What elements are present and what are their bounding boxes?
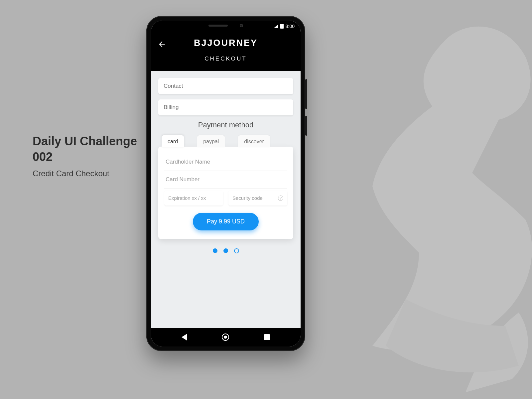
expiration-field[interactable]: Expiration xx / xx xyxy=(164,191,223,205)
billing-field[interactable]: Billing xyxy=(158,99,293,115)
payment-tabs: card paypal discover xyxy=(158,135,293,147)
expiration-label: Expiration xx / xx xyxy=(168,195,206,201)
screen: 8:00 BJJOURNEY CHECKOUT Contact Billing … xyxy=(151,21,301,346)
notch xyxy=(193,21,259,31)
speaker-grill xyxy=(208,25,228,27)
nav-recent-icon[interactable] xyxy=(264,334,270,340)
tab-discover[interactable]: discover xyxy=(238,135,270,147)
nav-home-icon[interactable] xyxy=(222,333,229,341)
status-time: 8:00 xyxy=(286,24,295,29)
help-icon[interactable]: ? xyxy=(278,196,283,201)
caption-subtitle: Credit Card Checkout xyxy=(33,169,137,178)
caption-title-line1: Daily UI Challenge xyxy=(33,134,137,149)
nav-back-icon[interactable] xyxy=(182,334,187,340)
checkout-form: Contact Billing Payment method card payp… xyxy=(151,71,301,328)
caption-block: Daily UI Challenge 002 Credit Card Check… xyxy=(33,134,137,178)
tab-card[interactable]: card xyxy=(162,135,184,147)
tab-paypal-label: paypal xyxy=(203,139,219,144)
tab-discover-label: discover xyxy=(244,139,264,144)
tab-card-label: card xyxy=(168,139,178,144)
card-number-input[interactable] xyxy=(164,171,287,189)
billing-placeholder: Billing xyxy=(164,104,179,110)
app-header: BJJOURNEY CHECKOUT xyxy=(151,32,301,71)
page-indicator xyxy=(158,248,293,253)
front-camera xyxy=(240,24,243,27)
back-button[interactable] xyxy=(157,39,167,49)
page-title: CHECKOUT xyxy=(158,56,294,62)
battery-icon xyxy=(280,24,284,29)
tab-paypal[interactable]: paypal xyxy=(197,135,225,147)
dot-3-current[interactable] xyxy=(234,248,239,253)
security-code-label: Security code xyxy=(232,195,263,201)
payment-method-title: Payment method xyxy=(158,121,293,129)
pay-button-label: Pay 9.99 USD xyxy=(207,218,245,225)
signal-icon xyxy=(274,24,278,28)
status-bar: 8:00 xyxy=(151,21,301,32)
arrow-left-icon xyxy=(158,40,166,49)
contact-placeholder: Contact xyxy=(164,83,183,89)
contact-field[interactable]: Contact xyxy=(158,78,293,94)
security-code-field[interactable]: Security code ? xyxy=(228,191,287,205)
app-brand: BJJOURNEY xyxy=(158,38,294,48)
dot-1[interactable] xyxy=(213,248,217,253)
pay-button[interactable]: Pay 9.99 USD xyxy=(193,213,259,230)
svg-point-0 xyxy=(446,43,485,90)
card-panel: Expiration xx / xx Security code ? Pay 9… xyxy=(158,147,293,239)
device-frame: 8:00 BJJOURNEY CHECKOUT Contact Billing … xyxy=(146,16,305,351)
dot-2[interactable] xyxy=(223,248,228,253)
android-nav-bar xyxy=(151,328,301,346)
caption-title-line2: 002 xyxy=(33,149,137,164)
cardholder-name-input[interactable] xyxy=(164,153,287,171)
